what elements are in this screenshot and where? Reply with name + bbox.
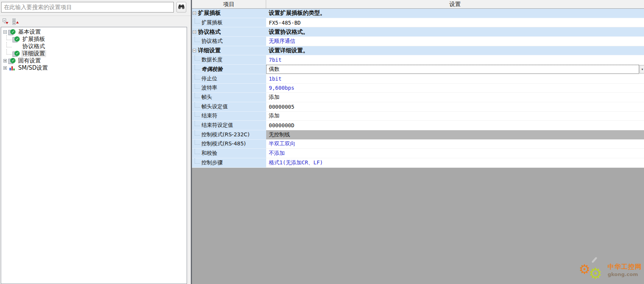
expand-plus-icon[interactable] [3, 66, 7, 70]
setting-row-停止位[interactable]: 停止位1bit [192, 74, 644, 84]
tree-connector-icon [6, 49, 12, 55]
tree-item-label: 固有设置 [17, 57, 42, 64]
setting-value-editor-cell[interactable]: 偶数▾ [266, 65, 644, 74]
item-cell[interactable]: 结束符设定值 [192, 121, 266, 130]
grid-empty-area: ⚙ ⚙ 中华工控网 gkong.com [192, 168, 644, 284]
tree-item-固有设置[interactable]: ✓固有设置 [1, 57, 187, 64]
tree-item-基本设置[interactable]: ✓基本设置 [1, 28, 187, 36]
setting-value-cell[interactable]: 9,600bps [266, 84, 644, 93]
check-mark-icon: ✓ [10, 29, 16, 34]
setting-row-控制模式(RS-232C)[interactable]: 控制模式(RS-232C)无控制线 [192, 130, 644, 140]
item-cell[interactable]: 帧头 [192, 93, 266, 102]
column-header-item[interactable]: 项目 [192, 0, 266, 8]
gears-logo-icon: ⚙ ⚙ [579, 259, 607, 280]
setting-value-cell[interactable]: 添加 [266, 112, 644, 121]
item-cell[interactable]: 扩展插板 [192, 9, 266, 18]
tree-item-SM/SD设置[interactable]: SM/SD设置 [1, 64, 187, 72]
setting-row-和校验[interactable]: 和校验不添加 [192, 149, 644, 158]
settings-tree: ✓基本设置✓扩展插板协议格式✓详细设置✓固有设置SM/SD设置 [1, 27, 187, 284]
setting-value: 00000005 [269, 104, 294, 110]
item-cell[interactable]: 结束符 [192, 112, 266, 121]
setting-value: 偶数 [269, 66, 279, 73]
setting-row-控制模式(RS-485)[interactable]: 控制模式(RS-485)半双工双向 [192, 140, 644, 149]
dropdown-button[interactable]: ▾ [639, 65, 644, 73]
item-cell[interactable]: 控制步骤 [192, 158, 266, 168]
tree-item-扩展插板[interactable]: ✓扩展插板 [1, 36, 187, 43]
item-cell[interactable]: 数据长度 [192, 55, 266, 65]
tree-item-详细设置[interactable]: ✓详细设置 [1, 50, 187, 57]
no-icon-spacer [12, 44, 20, 50]
setting-row-扩展插板[interactable]: 扩展插板FX5-485-BD [192, 18, 644, 28]
chevron-down-icon: ▾ [641, 67, 643, 71]
setting-value: 不添加 [269, 150, 285, 157]
setting-label: 停止位 [201, 75, 217, 82]
setting-row-奇偶校验[interactable]: 奇偶校验偶数▾ [192, 65, 644, 74]
collapse-minus-icon[interactable] [193, 49, 196, 52]
setting-value-cell[interactable]: 无顺序通信 [266, 37, 644, 46]
setting-value-cell[interactable]: 7bit [266, 55, 644, 65]
setting-value: 添加 [269, 112, 279, 119]
setting-row-结束符[interactable]: 结束符添加 [192, 112, 644, 121]
watermark-site-name: 中华工控网 [608, 262, 642, 271]
item-cell[interactable]: 帧头设定值 [192, 102, 266, 112]
grid-header: 项目 设置 [192, 0, 644, 9]
setting-row-结束符设定值[interactable]: 结束符设定值0000000D [192, 121, 644, 130]
setting-value-cell[interactable]: 添加 [266, 93, 644, 102]
setting-value-cell[interactable]: FX5-485-BD [266, 18, 644, 28]
bar-green-icon [13, 69, 15, 70]
item-cell[interactable]: 扩展插板 [192, 18, 266, 28]
setting-label: 帧头 [201, 94, 212, 101]
group-row-详细设置[interactable]: 详细设置设置详细设置。 [192, 46, 644, 56]
setting-value: 无顺序通信 [269, 38, 295, 45]
collapse-minus-icon[interactable] [193, 30, 196, 34]
setting-row-帧头设定值[interactable]: 帧头设定值00000005 [192, 102, 644, 112]
setting-row-控制步骤[interactable]: 控制步骤格式1(无添加CR、LF) [192, 158, 644, 168]
value-edit-box[interactable]: 偶数 [266, 65, 639, 74]
item-cell[interactable]: 详细设置 [192, 46, 266, 56]
group-description-cell[interactable]: 设置协议格式。 [266, 27, 644, 37]
tree-item-协议格式[interactable]: 协议格式 [1, 43, 187, 50]
collapse-minus-icon[interactable] [193, 11, 196, 15]
expand-all-items-button[interactable] [12, 18, 20, 25]
green-check-icon: ✓ [12, 36, 20, 42]
setting-value-cell[interactable]: 00000005 [266, 102, 644, 112]
setting-value: 格式1(无添加CR、LF) [269, 159, 323, 166]
expand-plus-icon[interactable] [3, 59, 7, 62]
setting-row-数据长度[interactable]: 数据长度7bit [192, 55, 644, 65]
wrench-icon [591, 257, 597, 263]
tree-item-label: 协议格式 [21, 43, 46, 50]
setting-value-cell[interactable]: 1bit [266, 74, 644, 84]
setting-value: 添加 [269, 94, 279, 101]
find-button[interactable] [176, 2, 186, 12]
setting-value-cell[interactable]: 不添加 [266, 149, 644, 158]
setting-value: 9,600bps [269, 85, 294, 91]
column-header-setting[interactable]: 设置 [266, 0, 644, 8]
item-cell[interactable]: 控制模式(RS-485) [192, 140, 266, 149]
setting-value-cell[interactable]: 0000000D [266, 121, 644, 130]
setting-row-协议格式[interactable]: 协议格式无顺序通信 [192, 37, 644, 46]
group-row-协议格式[interactable]: 协议格式设置协议格式。 [192, 27, 644, 37]
collapse-duplicate-items-button[interactable] [2, 18, 10, 25]
group-description-cell[interactable]: 设置扩展插板的类型。 [266, 9, 644, 18]
setting-row-波特率[interactable]: 波特率9,600bps [192, 84, 644, 93]
setting-value: FX5-485-BD [269, 20, 301, 26]
item-cell[interactable]: 协议格式 [192, 27, 266, 37]
group-row-扩展插板[interactable]: 扩展插板设置扩展插板的类型。 [192, 9, 644, 18]
group-description-cell[interactable]: 设置详细设置。 [266, 46, 644, 56]
setting-row-帧头[interactable]: 帧头添加 [192, 93, 644, 102]
item-cell[interactable]: 奇偶校验 [192, 65, 266, 74]
tree-connector-icon [195, 55, 200, 61]
setting-value-cell[interactable]: 格式1(无添加CR、LF) [266, 158, 644, 168]
tree-connector-icon [195, 140, 200, 145]
setting-value-cell[interactable]: 半双工双向 [266, 140, 644, 149]
search-input[interactable] [1, 2, 174, 12]
collapse-minus-icon[interactable] [3, 30, 7, 34]
setting-value-cell[interactable]: 无控制线 [266, 130, 644, 140]
item-cell[interactable]: 波特率 [192, 84, 266, 93]
item-cell[interactable]: 停止位 [192, 74, 266, 84]
settings-grid-panel: 项目 设置 扩展插板设置扩展插板的类型。扩展插板FX5-485-BD协议格式设置… [192, 0, 644, 284]
setting-label: 扩展插板 [201, 19, 223, 26]
item-cell[interactable]: 和校验 [192, 149, 266, 158]
item-cell[interactable]: 协议格式 [192, 37, 266, 46]
item-cell[interactable]: 控制模式(RS-232C) [192, 130, 266, 140]
